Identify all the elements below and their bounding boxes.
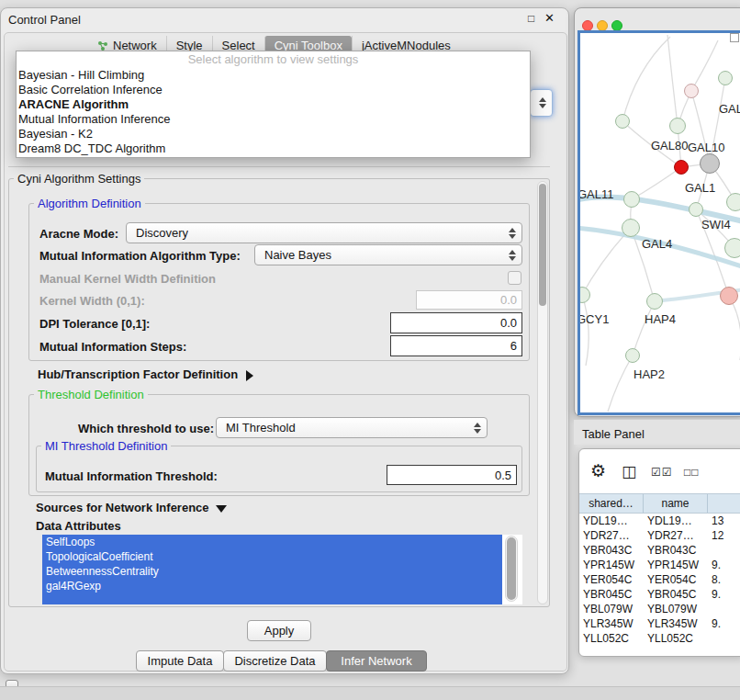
network-node[interactable] <box>674 160 689 175</box>
scroll-corner-box[interactable] <box>730 33 739 42</box>
minimize-icon[interactable]: □ <box>528 12 534 25</box>
network-node[interactable] <box>622 219 640 237</box>
list-item[interactable]: TopologicalCoefficient <box>42 549 502 564</box>
deselect-columns-icon[interactable]: □□ <box>684 466 700 479</box>
network-node[interactable] <box>623 191 640 208</box>
network-node[interactable] <box>726 193 740 211</box>
combo-arrows-icon <box>509 250 516 261</box>
network-node[interactable] <box>625 348 640 363</box>
table-panel-titlebar: Table Panel <box>574 419 740 445</box>
dpi-tolerance-field[interactable]: 0.0 <box>390 312 522 333</box>
table-cell[interactable]: YLL052C <box>579 632 644 645</box>
kernel-width-field[interactable]: 0.0 <box>416 290 522 310</box>
settings-group-title: Cyni Algorithm Settings <box>14 172 144 186</box>
table-row[interactable]: YER054CYER054C8. <box>579 572 740 587</box>
attributes-scrollbar[interactable] <box>505 536 518 602</box>
aracne-mode-value: Discovery <box>136 226 188 240</box>
list-item[interactable]: BetweennessCentrality <box>42 564 502 579</box>
window-title: Control Panel <box>8 13 81 27</box>
table-row[interactable]: YBR043CYBR043C <box>579 543 740 558</box>
table-cell[interactable]: YER054C <box>644 573 708 586</box>
table-cell[interactable]: 13 <box>708 514 740 527</box>
table-cell[interactable]: YBL079W <box>579 603 644 615</box>
table-row[interactable]: YBL079WYBL079W <box>579 602 740 616</box>
table-row[interactable]: YDL19…YDL19…13 <box>579 514 740 528</box>
list-item[interactable] <box>42 593 502 604</box>
table-cell[interactable]: YPR145W <box>579 559 644 571</box>
node-label: HAP2 <box>633 367 665 381</box>
table-cell[interactable]: YBR043C <box>579 544 644 557</box>
table-cell[interactable]: YDR27… <box>579 529 644 542</box>
table-row[interactable]: YBR045CYBR045C9. <box>579 587 740 602</box>
table-row[interactable]: YPR145WYPR145W9. <box>579 558 740 572</box>
algorithm-option-selected[interactable]: ARACNE Algorithm <box>17 97 530 112</box>
settings-scrollbar[interactable] <box>537 181 548 604</box>
node-label: SWI4 <box>701 218 731 231</box>
which-threshold-select[interactable]: MI Threshold <box>216 417 488 438</box>
list-item[interactable]: SelfLoops <box>42 535 502 549</box>
table-cell[interactable]: YER054C <box>579 573 644 586</box>
network-node[interactable] <box>689 202 703 217</box>
apply-button[interactable]: Apply <box>247 620 311 641</box>
algorithm-dropdown-popup: Select algorithm to view settings Bayesi… <box>16 51 531 158</box>
mi-type-select[interactable]: Naive Bayes <box>254 244 522 265</box>
gear-icon[interactable]: ⚙ <box>590 460 606 481</box>
manual-kernel-checkbox[interactable] <box>508 271 521 285</box>
table-cell[interactable]: 8. <box>708 573 740 586</box>
table-cell[interactable]: YDL19… <box>579 514 644 527</box>
data-attributes-list[interactable]: SelfLoops TopologicalCoefficient Between… <box>42 535 522 604</box>
table-cell[interactable]: YBR045C <box>644 588 708 601</box>
table-cell[interactable]: 9. <box>708 588 740 601</box>
list-item[interactable]: gal4RGexp <box>42 579 502 593</box>
table-cell[interactable]: YBR045C <box>579 588 644 601</box>
network-tab-icon <box>97 40 108 51</box>
hub-section-label: Hub/Transcription Factor Definition <box>38 367 238 381</box>
column-header[interactable]: shared… <box>579 494 644 513</box>
close-icon[interactable]: ✕ <box>544 11 555 25</box>
algorithm-option[interactable]: Basic Correlation Inference <box>17 83 530 97</box>
table-cell[interactable]: YLL052C <box>644 632 708 645</box>
table-cell[interactable]: YDL19… <box>644 514 708 527</box>
table-row[interactable]: YLR345WYLR345W9. <box>579 616 740 631</box>
columns-icon[interactable]: ◫ <box>622 462 636 481</box>
table-row[interactable]: YLL052CYLL052C <box>579 631 740 646</box>
table-cell[interactable]: 9. <box>708 559 740 571</box>
network-node[interactable] <box>724 238 740 258</box>
attributes-scrollbar-thumb[interactable] <box>507 537 516 600</box>
network-node[interactable] <box>669 118 686 134</box>
tab-infer-network[interactable]: Infer Network <box>326 650 427 672</box>
tab-impute-data[interactable]: Impute Data <box>136 650 224 672</box>
hub-section-toggle[interactable]: Hub/Transcription Factor Definition <box>38 367 253 381</box>
network-node[interactable] <box>684 84 699 98</box>
table-cell[interactable]: YPR145W <box>644 559 708 571</box>
mi-steps-field[interactable]: 6 <box>390 335 522 356</box>
table-cell[interactable]: YLR345W <box>579 617 644 630</box>
algorithm-option[interactable]: Bayesian - K2 <box>17 127 530 141</box>
algorithm-option[interactable]: Mutual Information Inference <box>17 112 530 127</box>
mi-threshold-field[interactable]: 0.5 <box>387 465 517 485</box>
table-cell[interactable]: YLR345W <box>644 617 708 630</box>
table-cell[interactable]: 12 <box>708 529 740 542</box>
select-all-columns-icon[interactable]: ☑☑ <box>651 466 673 479</box>
table-cell[interactable]: YBL079W <box>644 603 708 615</box>
network-node[interactable] <box>615 114 630 129</box>
table-header: shared… name <box>579 493 740 514</box>
network-node[interactable] <box>646 293 663 310</box>
network-node[interactable] <box>700 153 720 174</box>
table-cell[interactable]: YBR043C <box>644 544 708 557</box>
table-cell[interactable]: 9. <box>708 617 740 630</box>
column-header[interactable]: name <box>644 494 708 513</box>
table-cell[interactable]: YDR27… <box>644 529 708 542</box>
network-node[interactable] <box>720 287 738 305</box>
sources-section-toggle[interactable]: Sources for Network Inference <box>36 501 227 514</box>
aracne-mode-select[interactable]: Discovery <box>126 222 522 243</box>
algorithm-combo-stepper[interactable] <box>530 89 553 117</box>
network-node[interactable] <box>718 71 733 85</box>
tab-discretize-data[interactable]: Discretize Data <box>223 650 327 672</box>
column-header[interactable] <box>708 494 740 513</box>
table-row[interactable]: YDR27…YDR27…12 <box>579 528 740 543</box>
algorithm-option[interactable]: Bayesian - Hill Climbing <box>17 68 530 83</box>
algorithm-option[interactable]: Dream8 DC_TDC Algorithm <box>17 141 530 156</box>
mi-steps-label: Mutual Information Steps: <box>39 340 186 354</box>
settings-scrollbar-thumb[interactable] <box>539 184 546 306</box>
